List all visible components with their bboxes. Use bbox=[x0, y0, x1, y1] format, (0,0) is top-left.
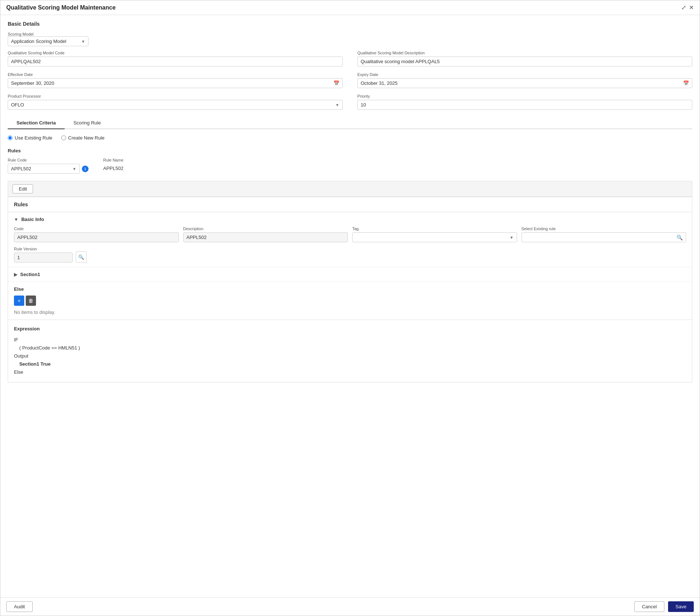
else-no-items: No items to display. bbox=[14, 309, 686, 315]
rule-code-field: Rule Code APPL502 ▼ i bbox=[8, 158, 89, 174]
modal-container: Qualitative Scoring Model Maintenance ⤢ … bbox=[0, 0, 700, 616]
select-existing-rule-label: Select Existing rule bbox=[522, 227, 686, 231]
audit-button[interactable]: Audit bbox=[6, 601, 33, 612]
select-existing-search-icon[interactable]: 🔍 bbox=[676, 235, 683, 240]
description-field: Description bbox=[183, 227, 348, 242]
expiry-date-input-wrapper[interactable]: 📅 bbox=[357, 78, 692, 88]
rule-code-select-wrapper[interactable]: APPL502 ▼ bbox=[8, 164, 80, 174]
rule-code-row: Rule Code APPL502 ▼ i Rule Name APPL502 bbox=[8, 158, 692, 174]
effective-date-input[interactable] bbox=[11, 79, 333, 88]
rule-name-field: Rule Name APPL502 bbox=[103, 158, 123, 173]
effective-date-input-wrapper[interactable]: 📅 bbox=[8, 78, 343, 88]
basic-details-grid-2: Effective Date 📅 Expiry Date 📅 bbox=[8, 72, 692, 88]
description-label: Description bbox=[183, 227, 348, 231]
select-existing-rule-wrapper[interactable]: 🔍 bbox=[522, 232, 686, 242]
scoring-model-arrow: ▼ bbox=[81, 39, 85, 44]
product-processor-select-wrapper[interactable]: OFLO ▼ bbox=[8, 100, 343, 110]
calendar-icon-effective[interactable]: 📅 bbox=[333, 80, 339, 86]
rules-panel: Rules ▼ Basic Info Code Description bbox=[8, 197, 692, 383]
calendar-icon-expiry[interactable]: 📅 bbox=[683, 80, 689, 86]
expression-line-if: IF bbox=[14, 336, 686, 344]
select-existing-rule-field: Select Existing rule 🔍 bbox=[522, 227, 686, 242]
expression-content: IF ( ProductCode == HMLN51 ) Output Sect… bbox=[14, 336, 686, 376]
scoring-model-dropdown[interactable]: Application Scoring Model bbox=[11, 37, 81, 46]
tab-selection-criteria[interactable]: Selection Criteria bbox=[8, 117, 65, 129]
basic-details-title: Basic Details bbox=[8, 21, 692, 27]
create-new-rule-radio[interactable] bbox=[61, 135, 66, 140]
tag-label: Tag bbox=[352, 227, 517, 231]
qual-code-label: Qualitative Scoring Model Code bbox=[8, 51, 343, 55]
effective-date-label: Effective Date bbox=[8, 72, 343, 77]
cancel-button[interactable]: Cancel bbox=[634, 601, 664, 612]
tag-select-wrapper[interactable]: ▼ bbox=[352, 232, 517, 242]
basic-details-section: Basic Details Scoring Model Application … bbox=[8, 21, 692, 110]
description-input[interactable] bbox=[183, 232, 348, 242]
modal-title: Qualitative Scoring Model Maintenance bbox=[6, 4, 116, 11]
basic-info-label: Basic Info bbox=[21, 217, 44, 222]
create-new-rule-option[interactable]: Create New Rule bbox=[61, 135, 105, 141]
expression-line-condition: ( ProductCode == HMLN51 ) bbox=[14, 344, 686, 352]
expression-line-output-label: Output bbox=[14, 352, 686, 360]
section1-collapse-header[interactable]: ▶ Section1 bbox=[14, 272, 686, 277]
qual-code-field: Qualitative Scoring Model Code bbox=[8, 51, 343, 66]
basic-info-grid: Code Description Tag ▼ bbox=[14, 227, 686, 242]
tag-field: Tag ▼ bbox=[352, 227, 517, 242]
basic-info-section: ▼ Basic Info Code Description Tag bbox=[8, 212, 692, 267]
code-input[interactable] bbox=[14, 232, 179, 242]
tag-input[interactable] bbox=[356, 233, 510, 242]
rule-code-dropdown[interactable]: APPL502 bbox=[11, 164, 72, 173]
rule-name-label: Rule Name bbox=[103, 158, 123, 162]
radio-group: Use Existing Rule Create New Rule bbox=[8, 135, 692, 141]
close-icon[interactable]: ✕ bbox=[689, 4, 694, 11]
select-existing-rule-input[interactable] bbox=[525, 233, 677, 242]
product-processor-dropdown[interactable]: OFLO bbox=[11, 100, 335, 109]
effective-date-field: Effective Date 📅 bbox=[8, 72, 343, 88]
rule-version-label: Rule Version bbox=[14, 247, 73, 251]
modal-footer: Audit Cancel Save bbox=[0, 597, 700, 616]
section1-collapse-icon: ▶ bbox=[14, 272, 17, 277]
tab-scoring-rule[interactable]: Scoring Rule bbox=[65, 117, 109, 129]
basic-info-collapse-header[interactable]: ▼ Basic Info bbox=[14, 217, 686, 222]
else-delete-button[interactable]: 🗑 bbox=[26, 296, 36, 306]
rule-name-value: APPL502 bbox=[103, 164, 123, 173]
section1-section: ▶ Section1 bbox=[8, 267, 692, 282]
else-action-buttons: + 🗑 bbox=[14, 296, 686, 306]
product-processor-label: Product Processor bbox=[8, 94, 343, 98]
edit-button[interactable]: Edit bbox=[12, 184, 33, 193]
rule-version-input[interactable] bbox=[14, 253, 73, 262]
rule-code-info-icon[interactable]: i bbox=[82, 166, 89, 172]
use-existing-rule-option[interactable]: Use Existing Rule bbox=[8, 135, 53, 141]
basic-details-grid-3: Product Processor OFLO ▼ Priority bbox=[8, 94, 692, 110]
modal-body: Basic Details Scoring Model Application … bbox=[0, 15, 700, 597]
section1-label: Section1 bbox=[20, 272, 40, 277]
tag-arrow: ▼ bbox=[510, 235, 514, 240]
priority-input[interactable] bbox=[357, 100, 692, 110]
expand-icon[interactable]: ⤢ bbox=[681, 4, 686, 11]
expression-line-output-value: Section1 True bbox=[14, 360, 686, 368]
use-existing-rule-label: Use Existing Rule bbox=[15, 135, 53, 141]
code-field: Code bbox=[14, 227, 179, 242]
qual-code-input[interactable] bbox=[8, 57, 343, 66]
rule-version-search-button[interactable]: 🔍 bbox=[76, 251, 87, 262]
else-add-button[interactable]: + bbox=[14, 296, 24, 306]
expiry-date-input[interactable] bbox=[361, 79, 683, 88]
qual-desc-label: Qualitative Scoring Model Description bbox=[357, 51, 692, 55]
rule-code-field-inner: APPL502 ▼ i bbox=[8, 164, 89, 174]
expression-line-else: Else bbox=[14, 368, 686, 376]
selection-rules-title: Rules bbox=[8, 148, 692, 153]
tabs-bar: Selection Criteria Scoring Rule bbox=[8, 117, 692, 129]
save-button[interactable]: Save bbox=[668, 601, 694, 612]
modal-header: Qualitative Scoring Model Maintenance ⤢ … bbox=[0, 0, 700, 15]
scoring-model-select[interactable]: Application Scoring Model ▼ bbox=[8, 36, 89, 46]
header-controls: ⤢ ✕ bbox=[681, 4, 694, 11]
create-new-rule-label: Create New Rule bbox=[68, 135, 105, 141]
expiry-date-field: Expiry Date 📅 bbox=[357, 72, 692, 88]
code-label: Code bbox=[14, 227, 179, 231]
priority-label: Priority bbox=[357, 94, 692, 98]
qual-desc-input[interactable] bbox=[357, 57, 692, 66]
expiry-date-label: Expiry Date bbox=[357, 72, 692, 77]
expression-title: Expression bbox=[14, 326, 686, 331]
expression-section: Expression IF ( ProductCode == HMLN51 ) … bbox=[8, 320, 692, 382]
use-existing-rule-radio[interactable] bbox=[8, 135, 12, 140]
rule-code-arrow: ▼ bbox=[72, 167, 76, 171]
